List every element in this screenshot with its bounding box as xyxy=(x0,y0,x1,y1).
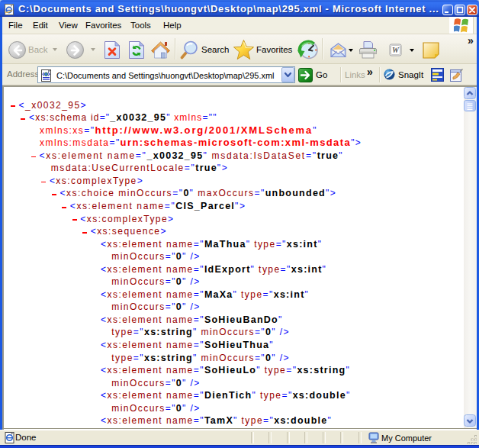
svg-text:W: W xyxy=(392,46,400,54)
